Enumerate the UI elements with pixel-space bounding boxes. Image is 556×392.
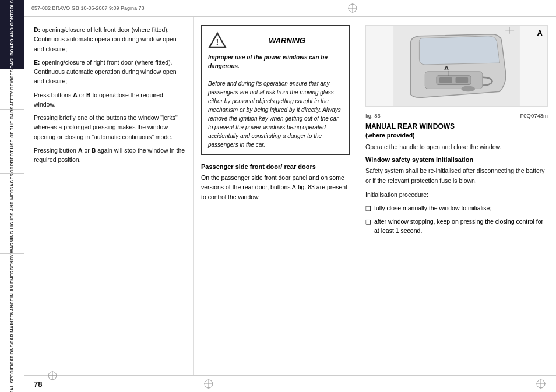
pressing-again-para: Pressing button A or B again will stop t… <box>34 146 186 165</box>
sidebar-item-label: CORRECT USE OF THE CAR <box>9 110 15 173</box>
sidebar: DASHBOARD AND CONTROLS SAFETY DEVICES CO… <box>0 0 24 392</box>
e-label: E: <box>34 59 40 66</box>
sidebar-item-label: WARNING LIGHTS AND MESSAGES <box>9 174 15 253</box>
warning-text: Improper use of the power windows can be… <box>208 53 343 149</box>
svg-text:!: ! <box>216 37 219 47</box>
registration-mark-bottom-right <box>535 378 547 390</box>
passenger-text: On the passenger side front door panel a… <box>201 173 350 202</box>
check-item-2: ❑ after window stopping, keep on pressin… <box>365 217 548 236</box>
check-text-2: after window stopping, keep on pressing … <box>374 217 548 236</box>
bottom-bar: 78 <box>24 375 556 392</box>
manual-windows-para1: Operate the handle to open and close the… <box>365 142 548 151</box>
registration-mark-bottom-left <box>47 370 58 382</box>
sidebar-item-correct-use[interactable]: CORRECT USE OF THE CAR <box>0 110 24 174</box>
figure-svg: A <box>366 26 547 106</box>
fig-label: fig. 83 F0Q0743m <box>365 112 548 119</box>
figure-area: A A <box>365 25 548 107</box>
page-number: 78 <box>34 380 42 389</box>
sidebar-item-label: IN AN EMERGENCY <box>9 254 15 298</box>
fig-number: fig. 83 <box>365 112 381 119</box>
registration-mark-bottom-mid <box>203 378 214 390</box>
warning-text2: Before and during its operation ensure t… <box>208 80 341 148</box>
d-paragraph: D: opening/closure of left front door (w… <box>34 25 186 54</box>
svg-rect-9 <box>456 77 469 83</box>
manual-windows-title: MANUAL REAR WINDOWS <box>365 122 548 130</box>
metadata-text: 057-082 BRAVO GB 10-05-2007 9:09 Pagina … <box>31 5 144 11</box>
manual-windows-subtitle: (where provided) <box>365 132 548 139</box>
checkbox-icon-2: ❑ <box>365 218 371 236</box>
sidebar-item-label: CAR MAINTENANCE <box>9 298 15 344</box>
sidebar-item-technical[interactable]: TECHNICAL SPECIFICATIONS <box>0 344 24 392</box>
e-paragraph: E: opening/closure of right front door (… <box>34 58 186 86</box>
sidebar-item-safety[interactable]: SAFETY DEVICES <box>0 69 24 110</box>
warning-box: ! WARNING Improper use of the power wind… <box>201 25 350 155</box>
press-buttons-para: Press buttons A or B to open/close the r… <box>34 90 186 110</box>
main-content: 057-082 BRAVO GB 10-05-2007 9:09 Pagina … <box>24 0 556 392</box>
passenger-heading: Passenger side front door/ rear doors <box>201 163 350 170</box>
sidebar-item-label: TECHNICAL SPECIFICATIONS <box>9 344 15 392</box>
content-area: D: opening/closure of left front door (w… <box>24 17 556 375</box>
sidebar-item-emergency[interactable]: IN AN EMERGENCY <box>0 254 24 298</box>
d-text: opening/closure of left front door (wher… <box>34 26 177 52</box>
check-item-1: ❑ fully close manually the window to ini… <box>365 204 548 214</box>
sidebar-item-warning[interactable]: WARNING LIGHTS AND MESSAGES <box>0 174 24 254</box>
checkbox-icon-1: ❑ <box>365 204 371 214</box>
registration-mark-top <box>347 2 358 14</box>
warning-title: WARNING <box>231 36 343 45</box>
middle-column: ! WARNING Improper use of the power wind… <box>193 17 357 375</box>
warning-text1: Improper use of the power windows can be… <box>208 54 328 69</box>
left-column: D: opening/closure of left front door (w… <box>24 17 193 375</box>
safety-para: Safety system shall be re-initialised af… <box>365 166 548 185</box>
init-label: Initialisation procedure: <box>365 190 548 199</box>
sidebar-item-label: DASHBOARD AND CONTROLS <box>9 0 15 69</box>
passenger-section: Passenger side front door/ rear doors On… <box>201 163 350 202</box>
sidebar-item-dashboard[interactable]: DASHBOARD AND CONTROLS <box>0 0 24 69</box>
top-bar: 057-082 BRAVO GB 10-05-2007 9:09 Pagina … <box>24 0 556 17</box>
fig-code: F0Q0743m <box>520 112 548 119</box>
sidebar-item-maintenance[interactable]: CAR MAINTENANCE <box>0 298 24 344</box>
check-text-1: fully close manually the window to initi… <box>374 204 491 214</box>
sidebar-item-label: SAFETY DEVICES <box>9 69 15 110</box>
window-safety-title: Window safety system initialisation <box>365 156 548 163</box>
e-text: opening/closure of right front door (whe… <box>34 59 177 85</box>
right-column: A A fig. 83 F0Q0743m MANUAL REAR WI <box>357 17 556 375</box>
warning-header: ! WARNING <box>208 31 343 50</box>
pressing-briefly-para: Pressing briefly one of the buttons the … <box>34 113 186 142</box>
svg-rect-8 <box>439 77 452 83</box>
d-label: D: <box>34 26 40 33</box>
svg-text:A: A <box>444 64 449 72</box>
svg-point-12 <box>461 86 475 92</box>
figure-letter-a: A <box>537 29 543 37</box>
warning-triangle-icon: ! <box>208 31 227 50</box>
